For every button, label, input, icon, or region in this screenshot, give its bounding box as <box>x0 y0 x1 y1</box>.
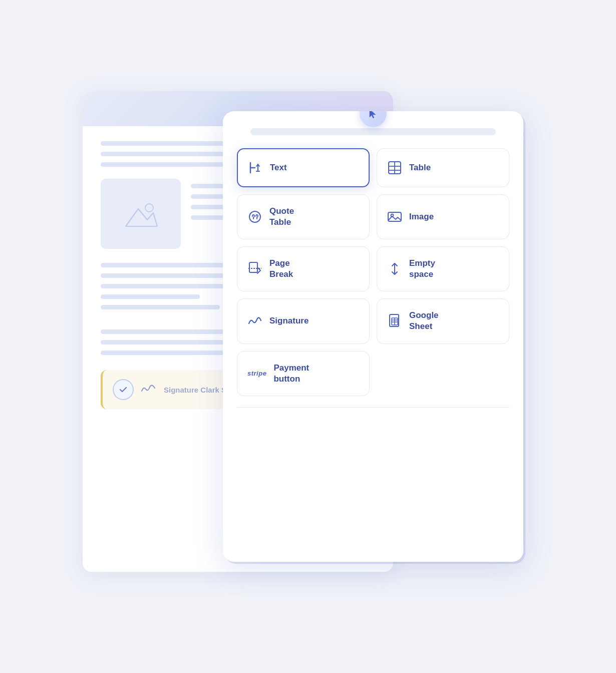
empty-space-label: Emptyspace <box>409 258 435 280</box>
sig-check-circle <box>113 379 134 400</box>
stripe-text-icon: stripe <box>247 370 266 377</box>
block-empty-space[interactable]: Emptyspace <box>377 246 509 291</box>
table-icon <box>387 160 402 175</box>
google-sheet-icon <box>387 313 402 328</box>
empty-space-icon <box>387 261 402 276</box>
quote-table-svg-icon <box>247 209 262 224</box>
quote-table-icon <box>247 209 262 224</box>
doc-line <box>101 284 233 288</box>
text-icon <box>248 160 263 175</box>
doc-line <box>101 294 200 299</box>
image-svg-icon <box>387 209 402 224</box>
stripe-icon: stripe <box>247 370 266 377</box>
blocks-grid: Text Table <box>237 148 509 396</box>
page-break-svg-icon <box>247 261 262 276</box>
doc-image-placeholder <box>101 179 181 249</box>
sig-scribble-icon <box>141 382 157 397</box>
page-break-label: PageBreak <box>269 258 293 280</box>
block-signature[interactable]: Signature <box>237 298 370 344</box>
block-text[interactable]: Text <box>237 148 370 187</box>
block-google-sheet[interactable]: GoogleSheet <box>377 298 509 344</box>
text-svg-icon <box>248 160 263 175</box>
svg-point-8 <box>249 211 260 222</box>
block-quote-table[interactable]: QuoteTable <box>237 194 370 239</box>
page-break-icon <box>247 261 262 276</box>
block-image[interactable]: Image <box>377 194 509 239</box>
scene: Signature Clark S <box>83 61 533 612</box>
text-label: Text <box>270 162 287 173</box>
table-svg-icon <box>387 160 402 175</box>
doc-col <box>101 284 233 315</box>
doc-line <box>101 305 220 309</box>
search-bar <box>250 128 496 135</box>
signature-icon <box>247 313 262 328</box>
svg-rect-11 <box>249 262 257 272</box>
mountain-icon <box>123 199 158 229</box>
panel-inner: Text Table <box>223 111 523 422</box>
signature-label: Signature <box>269 315 309 326</box>
google-sheet-svg-icon <box>387 313 402 328</box>
check-icon <box>118 385 128 395</box>
payment-button-label: Paymentbutton <box>273 363 309 385</box>
block-page-break[interactable]: PageBreak <box>237 246 370 291</box>
bottom-divider <box>237 407 509 408</box>
block-payment-button[interactable]: stripe Paymentbutton <box>237 351 370 396</box>
empty-space-svg-icon <box>387 261 402 276</box>
cursor-icon <box>367 111 380 120</box>
svg-rect-9 <box>388 212 401 221</box>
image-label: Image <box>409 211 434 222</box>
table-label: Table <box>409 162 431 173</box>
signature-svg-icon <box>247 313 262 328</box>
block-table[interactable]: Table <box>377 148 509 187</box>
blocks-panel: Text Table <box>223 111 523 562</box>
google-sheet-label: GoogleSheet <box>409 310 439 332</box>
image-icon <box>387 209 402 224</box>
svg-point-0 <box>145 204 153 212</box>
quote-table-label: QuoteTable <box>269 206 294 228</box>
scribble-icon <box>141 382 157 394</box>
